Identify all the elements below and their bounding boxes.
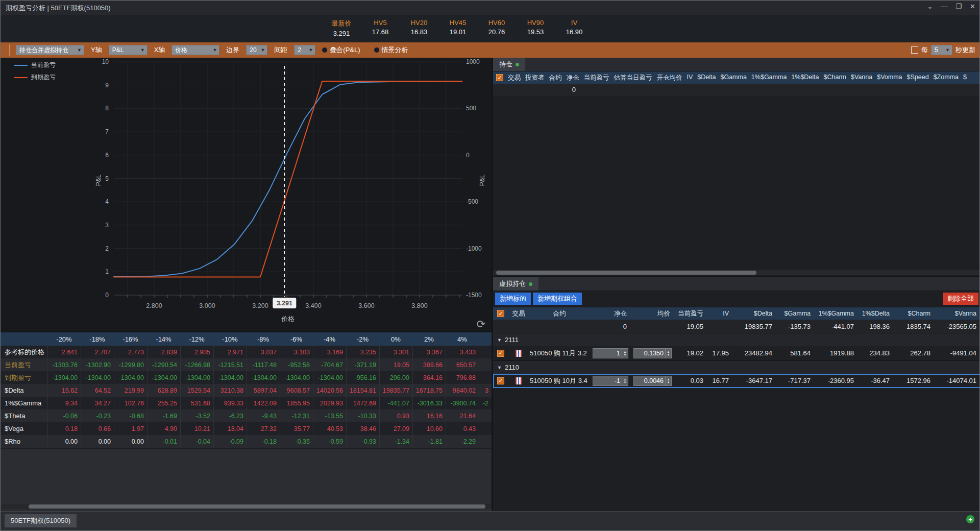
maximize-icon[interactable]: ❐: [955, 3, 962, 10]
tab-positions[interactable]: 持仓: [493, 58, 525, 71]
status-tab-underlying[interactable]: 50ETF期权(510050): [5, 514, 77, 527]
scenario-analysis-radio[interactable]: 情景分析: [374, 45, 408, 55]
overlay-pnl-radio[interactable]: 叠合(P&L): [322, 45, 360, 55]
virtual-cell: 262.78: [894, 349, 935, 357]
flag-cell: [508, 350, 529, 357]
stat-item: 最新价3.291: [330, 19, 353, 37]
spinner-arrows-icon[interactable]: ▲▼: [622, 349, 628, 358]
scenario-cell: -1304.00: [47, 371, 81, 384]
add-underlying-button[interactable]: 新增标的: [495, 293, 531, 305]
stat-item: HV517.68: [369, 19, 392, 37]
checkbox-checked[interactable]: ✓: [497, 310, 504, 317]
scenario-cell: -13.55: [313, 409, 346, 422]
scenario-cell: -2: [479, 397, 492, 409]
tab-virtual-positions[interactable]: 虚拟持仓: [493, 277, 538, 291]
virtual-group-row[interactable]: ▼2111: [493, 333, 980, 346]
scenario-cell: 3.103: [280, 346, 313, 358]
stat-value: 19.53: [527, 28, 544, 36]
net-position-stepper[interactable]: -1▲▼: [593, 376, 628, 386]
virtual-summary-cell: 1835.74: [894, 323, 935, 330]
add-option-combo-button[interactable]: 新增期权组合: [533, 293, 582, 305]
scenario-cell: -1299.80: [114, 358, 147, 371]
scrollbar-thumb[interactable]: [29, 504, 485, 509]
scenario-cell: 21.64: [446, 409, 479, 422]
avg-price-stepper[interactable]: 0.1350▲▼: [633, 348, 672, 358]
scenario-cell: -10.33: [346, 409, 379, 422]
avg-price-stepper[interactable]: 0.0046▲▼: [633, 376, 672, 386]
stat-item: HV4519.01: [446, 19, 470, 37]
scenario-cell: -1.69: [147, 409, 180, 422]
scrollbar-thumb[interactable]: [496, 271, 756, 275]
svg-text:500: 500: [466, 105, 476, 112]
scenario-col-header: 4%: [446, 332, 479, 346]
boundary-select[interactable]: 20 ▼: [246, 45, 267, 55]
scenario-col-header: -12%: [180, 332, 213, 346]
scenario-table: -20%-18%-16%-14%-12%-10%-8%-6%-4%-2%0%2%…: [1, 332, 492, 448]
scenario-row-label: $Vega: [1, 422, 47, 435]
y-axis-label: Y轴: [91, 45, 102, 55]
menu-caret-icon[interactable]: ⌄: [927, 3, 933, 10]
svg-text:3.200: 3.200: [252, 302, 268, 309]
positions-col-header: 开仓均价: [657, 74, 682, 82]
add-tab-icon[interactable]: +: [966, 515, 974, 523]
scenario-row-label: 当前盈亏: [1, 358, 47, 371]
virtual-cell: 1572.96: [894, 377, 935, 384]
scenario-cell: 3210.38: [213, 384, 247, 397]
stat-value: 3.291: [333, 30, 350, 37]
spacing-select[interactable]: 2 ▼: [294, 45, 315, 55]
legend-line-swatch: [14, 77, 28, 78]
refresh-interval-select[interactable]: 5 ▼: [931, 45, 952, 55]
x-axis-select[interactable]: 价格 ▼: [172, 45, 219, 55]
scenario-cell: 1472.69: [346, 397, 379, 409]
y-axis-select-value: P&L: [112, 46, 124, 54]
refresh-icon[interactable]: ⟳: [476, 319, 485, 329]
tab-virtual-positions-label: 虚拟持仓: [499, 279, 526, 288]
mode-select[interactable]: 持仓合并虚拟持仓 ▼: [16, 45, 84, 55]
avg-cell: 0.1350▲▼: [631, 348, 674, 358]
collapse-icon[interactable]: ▼: [497, 337, 502, 343]
y-axis-select[interactable]: P&L ▼: [109, 45, 148, 55]
spinner-arrows-icon[interactable]: ▲▼: [665, 349, 671, 358]
scenario-cell: 3.301: [379, 346, 412, 358]
close-icon[interactable]: ✕: [970, 3, 975, 10]
checkbox-checked[interactable]: ✓: [497, 350, 504, 357]
virtual-cell: 581.64: [776, 349, 815, 357]
svg-text:3.400: 3.400: [305, 302, 321, 309]
svg-text:-500: -500: [466, 198, 478, 205]
status-bar: 50ETF期权(510050) +: [1, 511, 979, 531]
scenario-col-header: -18%: [81, 332, 114, 346]
virtual-group-row[interactable]: ▼2110: [493, 360, 980, 374]
scenario-cell: -0.06: [47, 409, 81, 422]
checkbox-checked[interactable]: ✓: [497, 377, 504, 384]
positions-col-header: 1%$Gamma: [751, 74, 787, 82]
seconds-label: 秒更新: [955, 45, 975, 55]
virtual-summary-cell: 0: [590, 323, 631, 330]
virtual-position-row[interactable]: ✓510050 购 10月 3.4-1▲▼0.0046▲▼0.0316.77-3…: [493, 374, 980, 388]
scenario-cell: 27.32: [247, 422, 280, 435]
scenario-cell: 0.00: [47, 435, 81, 448]
auto-refresh-checkbox[interactable]: [911, 46, 918, 54]
spinner-arrows-icon[interactable]: ▲▼: [622, 376, 628, 385]
scenario-cell: -1.34: [379, 435, 412, 448]
net-position-stepper[interactable]: 1▲▼: [593, 348, 628, 358]
legend-item: 当前盈亏: [14, 61, 56, 69]
scenario-cell: 3.235: [346, 346, 379, 358]
collapse-icon[interactable]: ▼: [497, 365, 502, 370]
virtual-position-row[interactable]: ✓510050 购 11月 3.21▲▼0.1350▲▼19.0217.9523…: [493, 346, 980, 360]
scenario-analysis-radio-label: 情景分析: [382, 45, 408, 55]
scenario-cell: -0.68: [114, 409, 147, 422]
delete-all-button[interactable]: 删除全部: [943, 293, 978, 305]
scenario-cell: 3: [479, 384, 492, 397]
minimize-icon[interactable]: —: [941, 3, 947, 10]
scenario-row-label: $Delta: [1, 384, 47, 397]
virtual-col-header: $Vanna: [935, 310, 980, 317]
stat-value: 20.76: [488, 28, 505, 36]
virtual-cell: 19.02: [674, 349, 707, 357]
svg-text:6: 6: [105, 152, 109, 159]
stat-value: 16.83: [411, 28, 428, 36]
spinner-arrows-icon[interactable]: ▲▼: [665, 376, 671, 385]
scenario-cell: -0.23: [81, 409, 114, 422]
checkbox-checked[interactable]: ✓: [496, 74, 503, 81]
scenario-cell: -956.16: [346, 371, 379, 384]
scenario-col-header: 2%: [412, 332, 446, 346]
